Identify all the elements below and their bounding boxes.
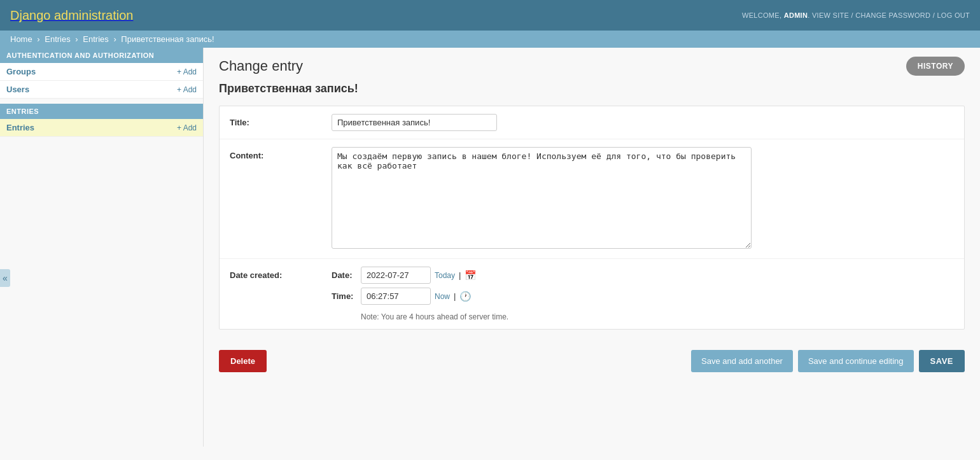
content-label: Content: bbox=[230, 147, 332, 160]
sidebar-item-users: Users + Add bbox=[0, 81, 203, 99]
save-and-continue-button[interactable]: Save and continue editing bbox=[798, 350, 914, 372]
breadcrumb-entries1[interactable]: Entries bbox=[45, 34, 70, 44]
now-link[interactable]: Now bbox=[435, 292, 450, 301]
form-container: Title: Content: Мы создаём первую запись… bbox=[219, 106, 965, 330]
date-created-field: Date: Today | 📅 Time: Now | 🕐 bbox=[332, 267, 954, 321]
title-input[interactable] bbox=[332, 114, 497, 131]
date-created-row: Date created: Date: Today | 📅 Time: bbox=[220, 259, 964, 329]
auth-section-title: AUTHENTICATION AND AUTHORIZATION bbox=[0, 48, 203, 63]
entries-section: ENTRIES Entries + Add bbox=[0, 104, 203, 137]
title-field bbox=[332, 114, 954, 131]
time-input[interactable] bbox=[361, 288, 431, 305]
site-title[interactable]: Django administration bbox=[10, 8, 133, 23]
view-site-link[interactable]: VIEW SITE bbox=[812, 11, 849, 19]
entry-name: Приветственная запись! bbox=[219, 82, 965, 95]
user-tools: WELCOME, ADMIN. VIEW SITE / CHANGE PASSW… bbox=[742, 11, 970, 19]
time-pipe: | bbox=[454, 291, 456, 301]
page-title: Change entry bbox=[219, 58, 965, 74]
main-content: Change entry HISTORY Приветственная запи… bbox=[204, 48, 980, 447]
sidebar-item-entries: Entries + Add bbox=[0, 119, 203, 137]
content-row: Content: Мы создаём первую запись в наше… bbox=[220, 139, 964, 259]
time-line: Time: Now | 🕐 bbox=[332, 288, 954, 305]
entries-link[interactable]: Entries bbox=[6, 123, 34, 132]
breadcrumb-current: Приветственная запись! bbox=[121, 34, 214, 44]
container: AUTHENTICATION AND AUTHORIZATION Groups … bbox=[0, 48, 980, 447]
sidebar-item-groups: Groups + Add bbox=[0, 63, 203, 81]
groups-add-link[interactable]: + Add bbox=[177, 67, 197, 76]
users-link[interactable]: Users bbox=[6, 85, 29, 94]
breadcrumb-entries2[interactable]: Entries bbox=[83, 34, 108, 44]
object-tools: HISTORY bbox=[906, 57, 965, 76]
clock-icon[interactable]: 🕐 bbox=[459, 291, 472, 302]
save-actions: Save and add another Save and continue e… bbox=[691, 350, 965, 372]
change-password-link[interactable]: CHANGE PASSWORD bbox=[855, 11, 930, 19]
date-line: Date: Today | 📅 bbox=[332, 267, 954, 284]
title-row: Title: bbox=[220, 106, 964, 139]
calendar-icon[interactable]: 📅 bbox=[465, 270, 477, 281]
groups-link[interactable]: Groups bbox=[6, 67, 36, 76]
date-sublabel: Date: bbox=[332, 270, 357, 280]
breadcrumb: Home › Entries › Entries › Приветственна… bbox=[0, 31, 980, 48]
sidebar: AUTHENTICATION AND AUTHORIZATION Groups … bbox=[0, 48, 204, 447]
server-note: Note: You are 4 hours ahead of server ti… bbox=[361, 312, 954, 321]
date-created-label: Date created: bbox=[230, 267, 332, 280]
content-textarea[interactable]: Мы создаём первую запись в нашем блоге! … bbox=[332, 147, 752, 249]
entries-add-link[interactable]: + Add bbox=[177, 123, 197, 132]
today-link[interactable]: Today bbox=[435, 271, 455, 280]
submit-row: Delete Save and add another Save and con… bbox=[219, 340, 965, 377]
content-field: Мы создаём первую запись в нашем блоге! … bbox=[332, 147, 954, 251]
users-add-link[interactable]: + Add bbox=[177, 85, 197, 94]
time-sublabel: Time: bbox=[332, 291, 357, 301]
breadcrumb-home[interactable]: Home bbox=[10, 34, 32, 44]
delete-button[interactable]: Delete bbox=[219, 350, 267, 372]
save-button[interactable]: SAVE bbox=[919, 350, 965, 372]
sidebar-collapse-button[interactable]: « bbox=[0, 269, 10, 287]
auth-section: AUTHENTICATION AND AUTHORIZATION Groups … bbox=[0, 48, 203, 99]
entries-section-title: ENTRIES bbox=[0, 104, 203, 119]
date-pipe: | bbox=[459, 270, 461, 280]
date-time-group: Date: Today | 📅 Time: Now | 🕐 bbox=[332, 267, 954, 321]
date-input[interactable] bbox=[361, 267, 431, 284]
title-label: Title: bbox=[230, 114, 332, 127]
save-and-add-button[interactable]: Save and add another bbox=[691, 350, 793, 372]
log-out-link[interactable]: LOG OUT bbox=[937, 11, 970, 19]
header: Django administration WELCOME, ADMIN. VI… bbox=[0, 0, 980, 31]
history-button[interactable]: HISTORY bbox=[906, 57, 965, 76]
